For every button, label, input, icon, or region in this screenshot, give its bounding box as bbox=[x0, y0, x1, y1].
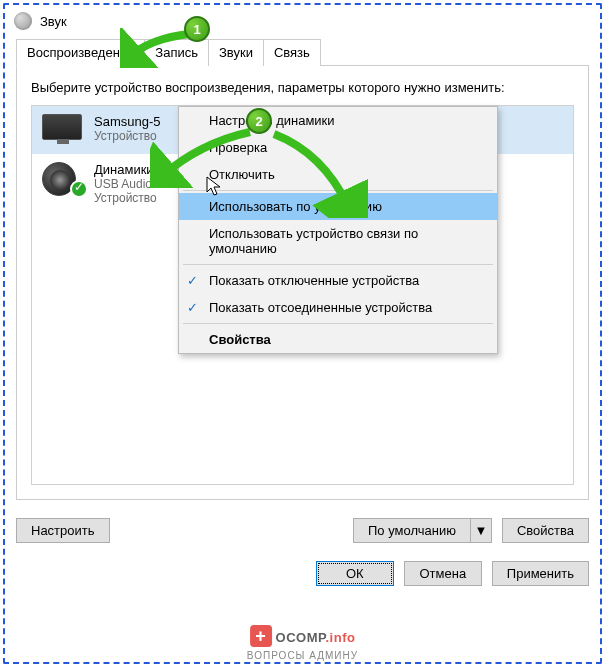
default-check-icon bbox=[70, 180, 88, 198]
window-title: Звук bbox=[40, 14, 67, 29]
watermark-plus-icon: + bbox=[250, 625, 272, 647]
default-button[interactable]: По умолчанию bbox=[353, 518, 470, 543]
cm-test[interactable]: Проверка bbox=[179, 134, 497, 161]
device-text: Динамики USB Audio Устройство bbox=[94, 162, 157, 205]
tabs: Воспроизведение Запись Звуки Связь bbox=[4, 39, 601, 66]
tab-sounds[interactable]: Звуки bbox=[208, 39, 264, 66]
device-name: Динамики bbox=[94, 162, 157, 177]
sound-dialog: Звук Воспроизведение Запись Звуки Связь … bbox=[4, 4, 601, 663]
ok-button[interactable]: ОК bbox=[316, 561, 394, 586]
dialog-buttons: ОК Отмена Применить bbox=[4, 553, 601, 598]
cancel-button[interactable]: Отмена bbox=[404, 561, 482, 586]
annotation-badge-1: 1 bbox=[184, 16, 210, 42]
speaker-icon bbox=[42, 162, 84, 194]
device-sub: Устройство bbox=[94, 129, 160, 143]
default-split-button[interactable]: По умолчанию ▼ bbox=[353, 518, 492, 543]
monitor-icon bbox=[42, 114, 84, 146]
tab-recording[interactable]: Запись bbox=[144, 39, 209, 66]
watermark: + OCOMP.info bbox=[250, 625, 356, 647]
tab-playback[interactable]: Воспроизведение bbox=[16, 39, 145, 66]
instruction-text: Выберите устройство воспроизведения, пар… bbox=[31, 80, 574, 95]
cm-show-disabled[interactable]: Показать отключенные устройства bbox=[179, 267, 497, 294]
tab-panel: Выберите устройство воспроизведения, пар… bbox=[16, 65, 589, 500]
watermark-text: OCOMP.info bbox=[276, 626, 356, 647]
watermark-subtitle: ВОПРОСЫ АДМИНУ bbox=[247, 650, 358, 661]
cm-separator bbox=[183, 323, 493, 324]
device-sub: Устройство bbox=[94, 191, 157, 205]
device-text: Samsung-5 Устройство bbox=[94, 114, 160, 143]
device-list[interactable]: Samsung-5 Устройство Динамики USB Audio … bbox=[31, 105, 574, 485]
apply-button[interactable]: Применить bbox=[492, 561, 589, 586]
cm-disable[interactable]: Отключить bbox=[179, 161, 497, 188]
context-menu: Настроить динамики Проверка Отключить Ис… bbox=[178, 106, 498, 354]
cm-properties[interactable]: Свойства bbox=[179, 326, 497, 353]
cm-configure-speakers[interactable]: Настроить динамики bbox=[179, 107, 497, 134]
cm-set-default[interactable]: Использовать по умолчанию bbox=[179, 193, 497, 220]
cm-set-default-comm[interactable]: Использовать устройство связи по умолчан… bbox=[179, 220, 497, 262]
tab-communications[interactable]: Связь bbox=[263, 39, 321, 66]
default-dropdown[interactable]: ▼ bbox=[470, 518, 492, 543]
annotation-badge-2: 2 bbox=[246, 108, 272, 134]
properties-button[interactable]: Свойства bbox=[502, 518, 589, 543]
cm-separator bbox=[183, 264, 493, 265]
cm-separator bbox=[183, 190, 493, 191]
panel-buttons: Настроить По умолчанию ▼ Свойства bbox=[4, 512, 601, 553]
titlebar: Звук bbox=[4, 4, 601, 38]
device-name: Samsung-5 bbox=[94, 114, 160, 129]
device-sub: USB Audio bbox=[94, 177, 157, 191]
sound-icon bbox=[14, 12, 32, 30]
cm-show-disconnected[interactable]: Показать отсоединенные устройства bbox=[179, 294, 497, 321]
configure-button[interactable]: Настроить bbox=[16, 518, 110, 543]
